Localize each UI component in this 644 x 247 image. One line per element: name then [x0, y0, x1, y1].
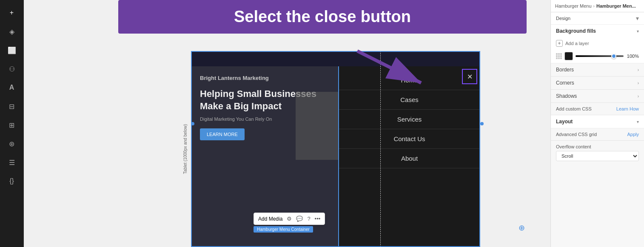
bg-fills-collapse-icon[interactable]: ▾: [637, 29, 639, 34]
nav-item-contact[interactable]: Contact Us: [339, 129, 480, 149]
overflow-label: Overflow content: [556, 144, 639, 149]
page-header: [191, 51, 480, 66]
page-frame: Bright Lanterns Marketing Helping Small …: [191, 51, 480, 247]
color-row: 100%: [551, 49, 644, 63]
add-css-label: Add custom CSS: [556, 106, 592, 111]
shadows-section[interactable]: Shadows ›: [551, 90, 644, 103]
add-layer-plus-icon: +: [556, 40, 563, 47]
corners-section[interactable]: Corners ›: [551, 77, 644, 90]
canvas-area: Tablet (1000px and below) Bright Lantern…: [24, 0, 550, 247]
bg-fills-section: Background fills ▾: [551, 25, 644, 37]
sidebar-layers-icon[interactable]: ◈: [4, 24, 20, 39]
floating-toolbar: Add Media ⚙ 💬 ? •••: [254, 213, 325, 225]
component-label: Hamburger Menu Container: [254, 226, 313, 233]
nav-item-services[interactable]: Services: [339, 110, 480, 129]
opacity-thumb: [611, 54, 616, 59]
add-media-button[interactable]: Add Media: [258, 216, 282, 222]
app-container: + ◈ ⬜ ⚇ A ⊟ ⊞ ⊛ ☰ {} Tablet (1000px and …: [0, 0, 644, 247]
toolbar-comment-icon[interactable]: 💬: [296, 216, 303, 222]
resize-handle-left[interactable]: [191, 122, 194, 125]
color-swatch[interactable]: [564, 52, 573, 60]
add-layer-button[interactable]: + Add a layer: [551, 37, 644, 49]
opacity-value: 100%: [626, 54, 639, 59]
layout-collapse-icon[interactable]: ▾: [637, 119, 639, 124]
layout-section: Layout ▾: [551, 115, 644, 128]
layout-title: Layout: [556, 119, 573, 125]
apply-button[interactable]: Apply: [627, 132, 639, 137]
sidebar-text-icon[interactable]: A: [4, 80, 20, 95]
bg-fills-title: Background fills: [556, 28, 596, 34]
sidebar-image-icon[interactable]: ⊟: [4, 99, 20, 114]
nav-item-cases[interactable]: Cases: [339, 90, 480, 110]
learn-how-link[interactable]: Learn How: [616, 106, 639, 111]
page-brand: Bright Lanterns Marketing: [200, 75, 330, 81]
overflow-select[interactable]: Scroll: [556, 151, 639, 161]
sidebar-table-icon[interactable]: ☰: [4, 155, 20, 170]
annotation-banner: Select the close button: [118, 0, 527, 34]
design-tab[interactable]: Design ▾: [551, 12, 644, 25]
adv-css-row: Advanced CSS grid Apply: [551, 128, 644, 141]
corners-expand-icon: ›: [638, 81, 639, 85]
right-panel: Hamburger Menu › Hamburger Men... Design…: [550, 0, 644, 247]
breadcrumb-separator: ›: [593, 4, 595, 9]
toolbar-settings-icon[interactable]: ⚙: [287, 216, 292, 222]
annotation-text: Select the close button: [234, 8, 411, 26]
add-layer-label: Add a layer: [565, 41, 589, 46]
borders-section[interactable]: Borders ›: [551, 63, 644, 77]
overflow-section: Overflow content Scroll: [551, 141, 644, 165]
design-menu-icon[interactable]: ▾: [636, 15, 639, 22]
toolbar-more-icon[interactable]: •••: [315, 216, 321, 222]
shadows-label: Shadows: [556, 93, 577, 99]
design-tab-label: Design: [556, 16, 570, 21]
sidebar-apps-icon[interactable]: ⊛: [4, 136, 20, 151]
opacity-slider[interactable]: [576, 55, 624, 57]
sidebar-grid-icon[interactable]: ⊞: [4, 117, 20, 133]
breadcrumb-part1: Hamburger Menu: [555, 3, 592, 9]
page-content: Bright Lanterns Marketing Helping Small …: [191, 66, 480, 247]
borders-expand-icon: ›: [638, 68, 639, 72]
sidebar-add-icon[interactable]: +: [4, 5, 20, 20]
close-button[interactable]: ✕: [462, 69, 477, 84]
guide-line: [380, 51, 381, 247]
nav-item-home[interactable]: Home: [339, 71, 480, 90]
left-sidebar: + ◈ ⬜ ⚇ A ⊟ ⊞ ⊛ ☰ {}: [0, 0, 24, 247]
page-image: [296, 92, 338, 160]
sidebar-cms-icon[interactable]: ⚇: [4, 61, 20, 77]
resize-handle-right[interactable]: [480, 122, 484, 125]
page-cta-button[interactable]: LEARN MORE: [200, 128, 245, 140]
hamburger-menu-panel: ✕ Home Cases Services Contact Us About: [338, 66, 480, 247]
shadows-expand-icon: ›: [638, 94, 639, 99]
sidebar-pages-icon[interactable]: ⬜: [4, 43, 20, 58]
breadcrumb-part2: Hamburger Men...: [596, 3, 636, 9]
borders-label: Borders: [556, 67, 574, 73]
panel-breadcrumb: Hamburger Menu › Hamburger Men...: [551, 0, 644, 12]
sidebar-code-icon[interactable]: {}: [4, 173, 20, 189]
ruler-label: Tablet (1000px and below): [181, 51, 190, 247]
nav-menu: Home Cases Services Contact Us About: [339, 66, 480, 168]
nav-item-about[interactable]: About: [339, 149, 480, 168]
corners-label: Corners: [556, 80, 574, 86]
toolbar-help-icon[interactable]: ?: [307, 216, 310, 222]
color-grid-icon: [556, 53, 562, 59]
custom-css-row: Add custom CSS Learn How: [551, 103, 644, 115]
move-handle[interactable]: ⊕: [519, 223, 525, 233]
adv-css-label: Advanced CSS grid: [556, 132, 597, 137]
